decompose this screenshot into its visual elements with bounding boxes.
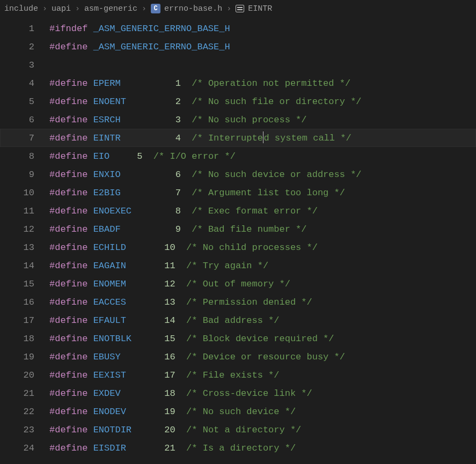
text-cursor: [263, 131, 264, 143]
macro-value: 20: [164, 425, 175, 435]
comment: /* No such process */: [192, 115, 306, 125]
code-content[interactable]: #define ENOENT 2 /* No such file or dire…: [49, 97, 362, 107]
macro-value: 7: [170, 188, 180, 198]
preproc-directive: #define: [49, 78, 87, 89]
macro-name: EBUSY: [93, 352, 121, 362]
code-content[interactable]: #define _ASM_GENERIC_ERRNO_BASE_H: [49, 42, 230, 52]
comment: /* Bad address */: [186, 315, 279, 326]
code-content[interactable]: #define EEXIST 17 /* File exists */: [49, 370, 280, 380]
line-number: 10: [0, 188, 49, 198]
code-content[interactable]: #define EACCES 13 /* Permission denied *…: [49, 297, 312, 307]
code-content[interactable]: #define EIO 5 /* I/O error */: [49, 151, 236, 161]
code-content[interactable]: #define EAGAIN 11 /* Try again */: [49, 261, 268, 271]
code-content[interactable]: #define EBUSY 16 /* Device or resource b…: [49, 352, 345, 362]
code-line[interactable]: 9#define ENXIO 6 /* No such device or ad…: [0, 165, 476, 183]
chevron-right-icon: ›: [40, 4, 49, 13]
code-content[interactable]: #define ENOTDIR 20 /* Not a directory */: [49, 425, 301, 435]
comment: /* No such device or address */: [192, 170, 361, 180]
line-number: 24: [0, 443, 49, 453]
macro-name: EINTR: [93, 133, 121, 143]
breadcrumb-item[interactable]: errno-base.h: [164, 4, 222, 13]
code-line[interactable]: 10#define E2BIG 7 /* Argument list too l…: [0, 183, 476, 202]
breadcrumb-item[interactable]: EINTR: [248, 4, 272, 13]
comment: /* Not a directory */: [186, 425, 301, 435]
code-content[interactable]: #define EBADF 9 /* Bad file number */: [49, 224, 307, 234]
preproc-directive: #define: [49, 242, 87, 253]
code-line[interactable]: 20#define EEXIST 17 /* File exists */: [0, 366, 476, 384]
breadcrumb[interactable]: include › uapi › asm-generic › C errno-b…: [0, 0, 476, 17]
code-content[interactable]: #define ENXIO 6 /* No such device or add…: [49, 170, 362, 180]
comment: /* I/O error */: [153, 151, 236, 161]
preproc-directive: #define: [49, 279, 87, 289]
line-number: 12: [0, 224, 49, 234]
macro-value: 16: [164, 352, 175, 362]
code-content[interactable]: #define ENODEV 19 /* No such device */: [49, 407, 296, 417]
comment: /* No such device */: [186, 407, 296, 417]
macro-value: 15: [164, 334, 175, 344]
macro-value: 4: [170, 133, 180, 143]
code-content[interactable]: #define EISDIR 21 /* Is a directory */: [49, 443, 296, 453]
code-line[interactable]: 5#define ENOENT 2 /* No such file or dir…: [0, 92, 476, 111]
code-content[interactable]: #define E2BIG 7 /* Argument list too lon…: [49, 188, 345, 198]
chevron-right-icon: ›: [73, 4, 82, 13]
comment: /* Block device required */: [186, 334, 334, 344]
comment: /* File exists */: [186, 370, 279, 380]
code-line[interactable]: 17#define EFAULT 14 /* Bad address */: [0, 311, 476, 329]
code-content[interactable]: #define EXDEV 18 /* Cross-device link */: [49, 388, 312, 399]
code-content[interactable]: #define ESRCH 3 /* No such process */: [49, 115, 307, 125]
macro-name: ESRCH: [93, 115, 121, 125]
code-line[interactable]: 16#define EACCES 13 /* Permission denied…: [0, 293, 476, 311]
code-line[interactable]: 1#ifndef _ASM_GENERIC_ERRNO_BASE_H: [0, 19, 476, 38]
line-number: 3: [0, 60, 49, 70]
code-line[interactable]: 7#define EINTR 4 /* Interrupted system c…: [0, 129, 476, 147]
preproc-directive: #define: [49, 261, 87, 271]
code-line[interactable]: 24#define EISDIR 21 /* Is a directory */: [0, 439, 476, 457]
preproc-directive: #define: [49, 133, 87, 143]
comment: d system call */: [263, 133, 351, 143]
code-line[interactable]: 8#define EIO 5 /* I/O error */: [0, 147, 476, 165]
preproc-directive: #ifndef: [49, 24, 87, 34]
code-line[interactable]: 22#define ENODEV 19 /* No such device */: [0, 402, 476, 421]
macro-value: 2: [170, 97, 180, 107]
code-content[interactable]: #define EPERM 1 /* Operation not permitt…: [49, 78, 350, 89]
code-line[interactable]: 11#define ENOEXEC 8 /* Exec format error…: [0, 202, 476, 220]
code-line[interactable]: 21#define EXDEV 18 /* Cross-device link …: [0, 384, 476, 402]
macro-name: E2BIG: [93, 188, 121, 198]
preproc-directive: #define: [49, 115, 87, 125]
code-line[interactable]: 23#define ENOTDIR 20 /* Not a directory …: [0, 421, 476, 439]
code-content[interactable]: #define EFAULT 14 /* Bad address */: [49, 315, 280, 326]
code-content[interactable]: #ifndef _ASM_GENERIC_ERRNO_BASE_H: [49, 24, 230, 34]
code-line[interactable]: 13#define ECHILD 10 /* No child processe…: [0, 238, 476, 256]
macro-name: EXDEV: [93, 388, 121, 399]
breadcrumb-item[interactable]: include: [4, 4, 38, 13]
preproc-directive: #define: [49, 370, 87, 380]
breadcrumb-item[interactable]: asm-generic: [84, 4, 137, 13]
code-editor[interactable]: 1#ifndef _ASM_GENERIC_ERRNO_BASE_H2#defi…: [0, 17, 476, 457]
macro-value: 13: [164, 297, 175, 307]
code-content[interactable]: #define ENOTBLK 15 /* Block device requi…: [49, 334, 334, 344]
comment: /* Is a directory */: [186, 443, 296, 453]
macro-value: 10: [164, 242, 175, 253]
breadcrumb-item[interactable]: uapi: [52, 4, 71, 13]
preproc-directive: #define: [49, 352, 87, 362]
macro-value: 14: [164, 315, 175, 326]
code-content[interactable]: #define ENOMEM 12 /* Out of memory */: [49, 279, 290, 289]
code-line[interactable]: 6#define ESRCH 3 /* No such process */: [0, 111, 476, 129]
code-line[interactable]: 3: [0, 56, 476, 74]
preproc-directive: #define: [49, 224, 87, 234]
code-line[interactable]: 15#define ENOMEM 12 /* Out of memory */: [0, 275, 476, 293]
code-line[interactable]: 2#define _ASM_GENERIC_ERRNO_BASE_H: [0, 38, 476, 56]
code-line[interactable]: 12#define EBADF 9 /* Bad file number */: [0, 220, 476, 238]
code-line[interactable]: 4#define EPERM 1 /* Operation not permit…: [0, 74, 476, 92]
comment: /* Permission denied */: [186, 297, 312, 307]
line-number: 23: [0, 425, 49, 435]
preproc-directive: #define: [49, 297, 87, 307]
code-line[interactable]: 14#define EAGAIN 11 /* Try again */: [0, 256, 476, 275]
code-line[interactable]: 19#define EBUSY 16 /* Device or resource…: [0, 348, 476, 366]
code-line[interactable]: 18#define ENOTBLK 15 /* Block device req…: [0, 329, 476, 348]
code-content[interactable]: #define ECHILD 10 /* No child processes …: [49, 242, 318, 253]
code-content[interactable]: #define EINTR 4 /* Interrupted system ca…: [49, 132, 351, 144]
macro-name: ENOEXEC: [93, 206, 131, 216]
macro-name: _ASM_GENERIC_ERRNO_BASE_H: [93, 42, 230, 52]
code-content[interactable]: #define ENOEXEC 8 /* Exec format error *…: [49, 206, 318, 216]
